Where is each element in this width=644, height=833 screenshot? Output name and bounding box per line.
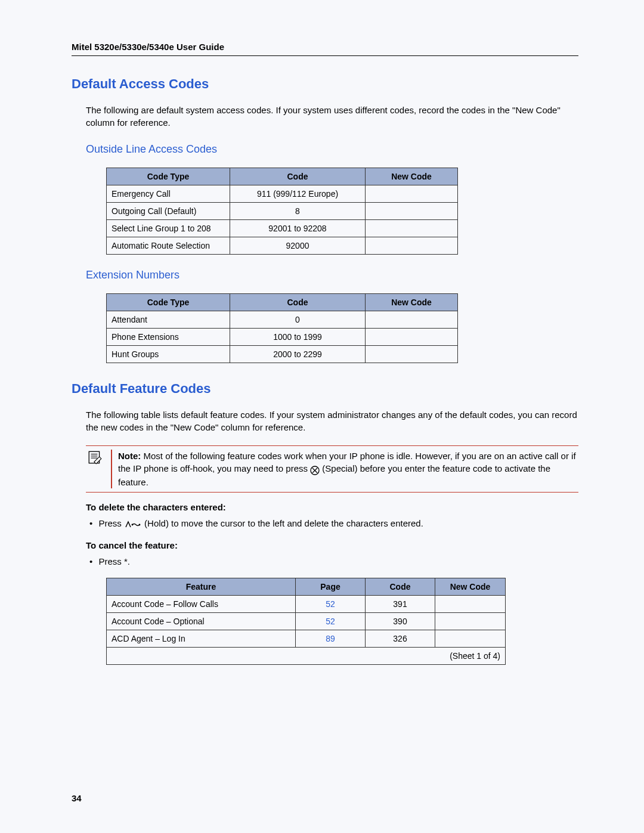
th-code: Code [230,294,366,311]
cell-code: 2000 to 2299 [230,346,366,363]
th-code: Code [366,578,435,596]
cell-type: Attendant [107,311,230,329]
table-row: Hunt Groups 2000 to 2299 [107,346,458,363]
table-row: Attendant 0 [107,311,458,329]
cell-code: 92001 to 92208 [230,220,366,237]
table-row: ACD Agent – Log In 89 326 [107,630,506,648]
note-label: Note: [118,451,141,461]
svg-point-7 [132,524,134,526]
cell-type: Hunt Groups [107,346,230,363]
instr-cancel-heading: To cancel the feature: [86,540,578,550]
section-title-feature: Default Feature Codes [72,381,578,397]
cell-code: 911 (999/112 Europe) [230,185,366,203]
table-row: Automatic Route Selection 92000 [107,237,458,255]
th-new-code: New Code [366,294,458,311]
cell-code: 1000 to 1999 [230,329,366,346]
cell-new [435,613,506,630]
cell-new [366,311,458,329]
table-extensions: Code Type Code New Code Attendant 0 Phon… [106,293,458,363]
cell-new [366,185,458,203]
table-row: Account Code – Optional 52 390 [107,613,506,630]
table-row: Select Line Group 1 to 208 92001 to 9220… [107,220,458,237]
th-code-type: Code Type [107,168,230,185]
th-code: Code [230,168,366,185]
cell-code: 390 [366,613,435,630]
list-item: Press *. [98,555,578,569]
table-outside-line: Code Type Code New Code Emergency Call 9… [106,168,458,255]
th-new-code: New Code [366,168,458,185]
cell-type: Automatic Route Selection [107,237,230,255]
cell-feature: ACD Agent – Log In [107,630,296,648]
sheet-row: (Sheet 1 of 4) [107,648,506,665]
table-features: Feature Page Code New Code Account Code … [106,578,506,665]
cell-new [366,203,458,220]
cell-type: Select Line Group 1 to 208 [107,220,230,237]
sheet-label: (Sheet 1 of 4) [107,648,506,665]
page-number: 34 [72,793,82,803]
note-text: Note: Most of the following feature code… [112,450,578,488]
cell-code: 92000 [230,237,366,255]
instr-delete-heading: To delete the characters entered: [86,502,578,512]
subsection-outside-line: Outside Line Access Codes [86,143,578,156]
th-new-code: New Code [435,578,506,596]
cell-code: 326 [366,630,435,648]
page-link[interactable]: 52 [326,617,335,626]
subsection-extensions: Extension Numbers [86,269,578,281]
cell-code: 0 [230,311,366,329]
cell-feature: Account Code – Follow Calls [107,596,296,613]
table-row: Account Code – Follow Calls 52 391 [107,596,506,613]
cell-new [366,329,458,346]
instr-text-a: Press [98,518,124,528]
note-box: Note: Most of the following feature code… [86,445,578,493]
running-header: Mitel 5320e/5330e/5340e User Guide [72,42,578,56]
cell-type: Phone Extensions [107,329,230,346]
section-title-access: Default Access Codes [72,76,578,92]
cell-new [435,630,506,648]
list-item: Press (Hold) to move the cursor to the l… [98,517,578,531]
table-row: Phone Extensions 1000 to 1999 [107,329,458,346]
intro-access: The following are default system access … [86,104,578,129]
table-row: Emergency Call 911 (999/112 Europe) [107,185,458,203]
cell-code: 8 [230,203,366,220]
page-link[interactable]: 52 [326,599,335,609]
cell-new [366,237,458,255]
hold-icon [124,517,142,531]
th-page: Page [296,578,366,596]
instr-text-b: (Hold) to move the cursor to the left an… [144,518,423,528]
svg-point-8 [139,524,141,526]
th-code-type: Code Type [107,294,230,311]
cell-type: Emergency Call [107,185,230,203]
intro-feature: The following table lists default featur… [86,408,578,433]
cell-new [435,596,506,613]
cell-new [366,220,458,237]
cell-feature: Account Code – Optional [107,613,296,630]
cell-code: 391 [366,596,435,613]
page-link[interactable]: 89 [326,634,335,643]
cell-new [366,346,458,363]
cell-type: Outgoing Call (Default) [107,203,230,220]
note-icon [87,450,103,467]
th-feature: Feature [107,578,296,596]
special-icon [310,463,320,476]
table-row: Outgoing Call (Default) 8 [107,203,458,220]
